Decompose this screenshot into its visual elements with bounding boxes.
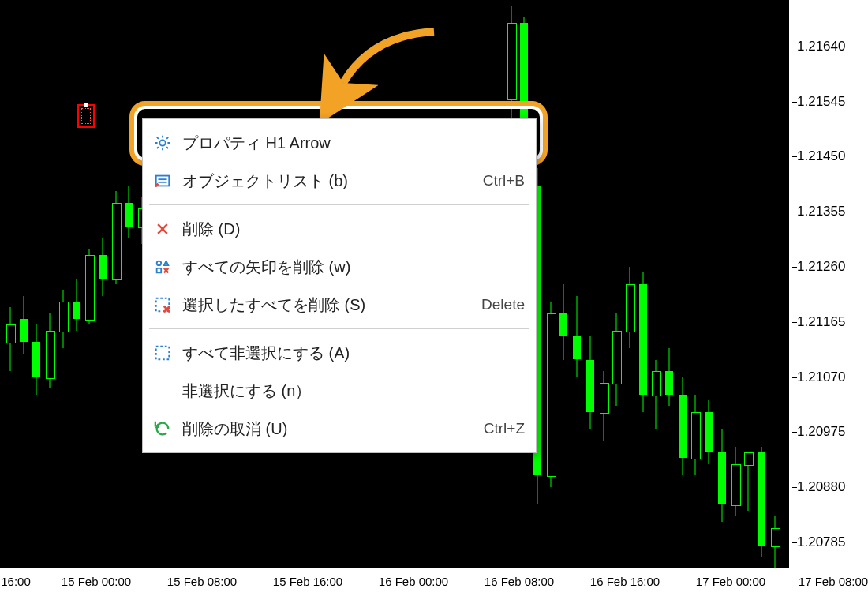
x-tick-label: 16 Feb 08:00 <box>485 575 554 588</box>
menu-item-shortcut: Delete <box>481 296 525 313</box>
menu-item-delete-selected[interactable]: 選択したすべてを削除 (S)Delete <box>143 286 536 324</box>
menu-item-label: 非選択にする (n） <box>182 381 525 402</box>
shapes-icon <box>151 255 174 279</box>
candlestick <box>559 0 567 568</box>
candlestick <box>718 0 726 568</box>
y-tick-label: 1.21640 <box>797 39 845 54</box>
x-tick-label: 16:00 <box>1 575 31 588</box>
chart-object-handle[interactable] <box>84 103 88 107</box>
menu-item-deselect[interactable]: 非選択にする (n） <box>143 372 536 410</box>
candlestick <box>679 0 687 568</box>
menu-item-shortcut: Ctrl+Z <box>484 420 525 437</box>
candlestick <box>731 0 739 568</box>
menu-item-object-list[interactable]: オブジェクトリスト (b)Ctrl+B <box>143 162 536 200</box>
candlestick <box>586 0 594 568</box>
candlestick <box>112 0 120 568</box>
candlestick <box>32 0 40 568</box>
chart-frame: 1.216401.215451.214501.213551.212601.211… <box>0 0 868 600</box>
candlestick <box>125 0 133 568</box>
x-tick-label: 16 Feb 00:00 <box>379 575 448 588</box>
candlestick <box>639 0 647 568</box>
candlestick <box>6 0 14 568</box>
svg-marker-6 <box>164 261 169 266</box>
candlestick <box>600 0 608 568</box>
y-tick-label: 1.20880 <box>797 479 845 495</box>
candlestick <box>652 0 660 568</box>
x-tick-label: 15 Feb 00:00 <box>62 575 131 588</box>
chart-object-arrow[interactable] <box>77 104 95 128</box>
menu-item-delete-all-arrows[interactable]: すべての矢印を削除 (w) <box>143 248 536 286</box>
menu-item-properties[interactable]: プロパティ H1 Arrow <box>143 124 536 162</box>
candlestick <box>573 0 581 568</box>
menu-item-label: 選択したすべてを削除 (S) <box>182 294 466 316</box>
sel-dash-icon <box>151 341 174 365</box>
y-tick-label: 1.20785 <box>797 534 845 550</box>
menu-item-label: プロパティ H1 Arrow <box>182 133 525 154</box>
x-tick-label: 16 Feb 16:00 <box>590 575 660 588</box>
candlestick <box>85 0 93 568</box>
menu-separator <box>149 204 529 205</box>
blank-icon <box>151 379 174 403</box>
svg-rect-13 <box>156 347 170 360</box>
y-tick-label: 1.21450 <box>797 148 845 164</box>
y-tick-label: 1.21070 <box>797 369 845 385</box>
candlestick <box>99 0 107 568</box>
menu-item-label: すべての矢印を削除 (w) <box>182 257 525 278</box>
x-tick-label: 15 Feb 08:00 <box>167 575 237 588</box>
candlestick <box>612 0 620 568</box>
sel-del-icon <box>151 293 174 317</box>
candlestick <box>758 0 765 568</box>
candlestick <box>46 0 54 568</box>
y-tick-label: 1.21355 <box>797 204 845 219</box>
svg-point-5 <box>157 261 162 266</box>
cross-icon <box>151 217 174 241</box>
candlestick <box>665 0 673 568</box>
candlestick <box>20 0 28 568</box>
candlestick <box>744 0 752 568</box>
list-icon <box>151 169 174 193</box>
menu-item-label: すべて非選択にする (A) <box>182 343 525 364</box>
menu-item-deselect-all[interactable]: すべて非選択にする (A) <box>143 334 536 372</box>
undo-icon <box>151 417 174 441</box>
gear-icon <box>151 131 174 155</box>
menu-item-label: オブジェクトリスト (b) <box>182 171 467 192</box>
candlestick <box>59 0 67 568</box>
x-tick-label: 17 Feb 08:00 <box>799 575 868 588</box>
candlestick <box>73 0 80 568</box>
candlestick <box>771 0 779 568</box>
y-tick-label: 1.21545 <box>797 94 845 110</box>
x-tick-label: 17 Feb 00:00 <box>696 575 765 588</box>
candlestick <box>705 0 713 568</box>
y-tick-label: 1.20975 <box>797 424 845 440</box>
price-axis: 1.216401.215451.214501.213551.212601.211… <box>791 0 868 568</box>
menu-item-delete[interactable]: 削除 (D) <box>143 210 536 248</box>
menu-item-label: 削除の取消 (U) <box>182 418 468 440</box>
menu-item-shortcut: Ctrl+B <box>483 172 525 189</box>
candlestick <box>691 0 699 568</box>
menu-separator <box>149 328 529 329</box>
menu-item-undo-delete[interactable]: 削除の取消 (U)Ctrl+Z <box>143 410 536 448</box>
y-tick-label: 1.21165 <box>797 314 845 330</box>
menu-item-label: 削除 (D) <box>182 219 525 240</box>
candlestick <box>626 0 634 568</box>
x-tick-label: 15 Feb 16:00 <box>273 575 342 588</box>
context-menu[interactable]: プロパティ H1 Arrowオブジェクトリスト (b)Ctrl+B削除 (D)す… <box>142 118 537 453</box>
svg-rect-7 <box>157 268 162 273</box>
y-tick-label: 1.21260 <box>797 259 845 275</box>
time-axis: 16:0015 Feb 00:0015 Feb 08:0015 Feb 16:0… <box>0 570 868 600</box>
candlestick <box>547 0 555 568</box>
